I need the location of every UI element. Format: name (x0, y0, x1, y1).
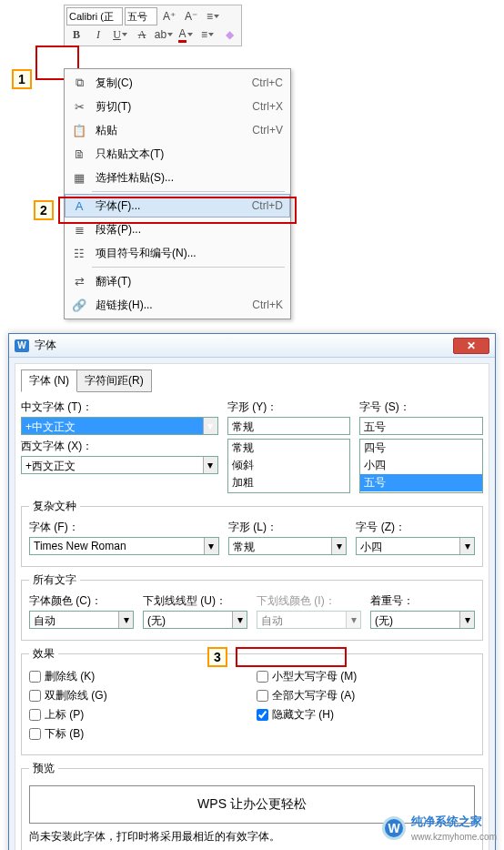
all-text-legend: 所有文字 (29, 572, 80, 588)
cjk-font-combo[interactable]: +中文正文 ▾ (21, 417, 218, 435)
grow-font-button[interactable]: A⁺ (159, 7, 179, 25)
translate-icon: ⇄ (70, 275, 88, 288)
style-opt[interactable]: 常规 (228, 440, 350, 457)
all-text-group: 所有文字 字体颜色 (C)： 自动▾ 下划线线型 (U)： (无)▾ 下划线颜色… (21, 572, 483, 641)
paste-icon: 📋 (70, 124, 88, 137)
font-color-label: 字体颜色 (C)： (29, 593, 134, 609)
emphasis-label: 着重号： (370, 593, 475, 609)
menu-paste-special[interactable]: ▦ 选择性粘贴(S)... (65, 166, 290, 189)
italic-button[interactable]: I (88, 25, 108, 44)
style-combo[interactable]: 常规 (227, 417, 351, 435)
style-value: 常规 (228, 418, 350, 434)
bold-button[interactable]: B (66, 25, 86, 44)
callout-2: 2 (34, 200, 54, 220)
cx-font-label: 字体 (F)： (29, 520, 219, 535)
smallcaps-label: 小型大写字母 (M) (272, 669, 357, 684)
underline-button[interactable]: U (110, 25, 130, 44)
chevron-down-icon: ▾ (331, 538, 346, 554)
chevron-down-icon: ▾ (203, 457, 217, 473)
cx-font-combo[interactable]: Times New Roman▾ (29, 537, 219, 555)
watermark-name: 纯净系统之家 (411, 814, 497, 830)
menu-paste[interactable]: 📋 粘贴 Ctrl+V (65, 118, 290, 142)
style-opt[interactable]: 倾斜 (228, 457, 350, 474)
sub-checkbox[interactable]: 下标 (B) (29, 726, 247, 742)
latin-font-value: +西文正文 (22, 457, 203, 473)
font-dialog: W 字体 ✕ 字体 (N) 字符间距(R) 中文字体 (T)： +中文正文 ▾ … (8, 333, 496, 850)
latin-font-combo[interactable]: +西文正文 ▾ (21, 456, 218, 474)
menu-bullets[interactable]: ☷ 项目符号和编号(N)... (65, 241, 290, 265)
mini-toolbar: A⁺ A⁻ ≡ B I U A ab A ≡ ◆ (64, 5, 242, 46)
context-menu: ⧉ 复制(C) Ctrl+C ✂ 剪切(T) Ctrl+X 📋 粘贴 Ctrl+… (64, 68, 291, 319)
allcaps-checkbox[interactable]: 全部大写字母 (A) (257, 688, 475, 703)
cx-style-combo[interactable]: 常规▾ (228, 537, 348, 555)
menu-cut[interactable]: ✂ 剪切(T) Ctrl+X (65, 95, 290, 118)
strike-button[interactable]: A (132, 25, 152, 44)
tab-spacing[interactable]: 字符间距(R) (76, 369, 152, 392)
menu-paste-shortcut: Ctrl+V (252, 124, 283, 137)
strike-label: 删除线 (K) (45, 669, 95, 684)
chevron-down-icon: ▾ (346, 612, 360, 628)
menu-paste-text-label: 只粘贴文本(T) (88, 147, 283, 162)
allcaps-label: 全部大写字母 (A) (272, 688, 355, 703)
dialog-title: 字体 (35, 338, 453, 353)
callout-3: 3 (207, 647, 227, 667)
menu-hyperlink[interactable]: 🔗 超链接(H)... Ctrl+K (65, 293, 290, 317)
dstrike-checkbox[interactable]: 双删除线 (G) (29, 688, 247, 703)
cx-style-label: 字形 (L)： (228, 520, 348, 535)
highlight-box-3 (236, 647, 347, 667)
smallcaps-checkbox[interactable]: 小型大写字母 (M) (257, 669, 475, 684)
chevron-down-icon: ▾ (459, 612, 474, 628)
underline-label: 下划线线型 (U)： (143, 593, 247, 609)
menu-translate-label: 翻译(T) (88, 274, 283, 289)
watermark: W 纯净系统之家 www.kzmyhome.com (382, 814, 497, 843)
eraser-button[interactable]: ◆ (219, 25, 239, 44)
close-button[interactable]: ✕ (453, 338, 489, 354)
hyperlink-icon: 🔗 (70, 299, 88, 312)
font-color-combo[interactable]: 自动▾ (29, 611, 134, 629)
underline-value: (无) (144, 612, 232, 628)
style-listbox[interactable]: 常规 倾斜 加粗 (227, 439, 351, 493)
highlight-button[interactable]: ab (154, 25, 174, 44)
watermark-url: www.kzmyhome.com (411, 832, 497, 842)
sub-label: 下标 (B) (45, 726, 84, 742)
menu-translate[interactable]: ⇄ 翻译(T) (65, 269, 290, 293)
emphasis-value: (无) (371, 612, 459, 628)
size-opt[interactable]: 四号 (360, 440, 482, 457)
size-opt[interactable]: 小四 (360, 457, 482, 474)
menu-paragraph-label: 段落(P)... (88, 222, 283, 238)
font-color-value: 自动 (30, 612, 118, 628)
style-label: 字形 (Y)： (227, 400, 351, 415)
menu-copy[interactable]: ⧉ 复制(C) Ctrl+C (65, 71, 290, 95)
menu-copy-shortcut: Ctrl+C (252, 76, 283, 89)
align-button[interactable]: ≡ (197, 25, 217, 44)
menu-paste-special-label: 选择性粘贴(S)... (88, 170, 283, 186)
style-opt[interactable]: 加粗 (228, 474, 350, 491)
menu-paste-text[interactable]: 🗎 只粘贴文本(T) (65, 142, 290, 166)
tab-font[interactable]: 字体 (N) (21, 369, 77, 392)
line-spacing-button[interactable]: ≡ (203, 7, 223, 25)
ul-color-label: 下划线颜色 (I)： (257, 593, 361, 609)
font-color-button[interactable]: A (176, 25, 196, 44)
complex-legend: 复杂文种 (29, 499, 80, 514)
menu-copy-label: 复制(C) (88, 76, 252, 91)
size-combo[interactable]: 五号 (359, 417, 483, 435)
size-opt[interactable]: 五号 (360, 474, 482, 491)
super-label: 上标 (P) (45, 707, 84, 723)
cx-size-combo[interactable]: 小四▾ (356, 537, 475, 555)
cjk-font-value: +中文正文 (22, 418, 203, 434)
size-listbox[interactable]: 四号 小四 五号 (359, 439, 483, 493)
bullets-icon: ☷ (70, 247, 88, 260)
effects-legend: 效果 (29, 646, 58, 662)
underline-combo[interactable]: (无)▾ (143, 611, 247, 629)
font-size-select[interactable] (125, 7, 157, 25)
strike-checkbox[interactable]: 删除线 (K) (29, 669, 247, 684)
chevron-down-icon: ▾ (232, 612, 247, 628)
super-checkbox[interactable]: 上标 (P) (29, 707, 247, 723)
font-name-select[interactable] (66, 7, 123, 25)
hidden-checkbox[interactable]: 隐藏文字 (H) (257, 707, 475, 723)
hidden-label: 隐藏文字 (H) (272, 707, 334, 723)
cut-icon: ✂ (70, 100, 88, 114)
shrink-font-button[interactable]: A⁻ (181, 7, 201, 25)
menu-hyperlink-shortcut: Ctrl+K (252, 299, 283, 311)
emphasis-combo[interactable]: (无)▾ (370, 611, 475, 629)
